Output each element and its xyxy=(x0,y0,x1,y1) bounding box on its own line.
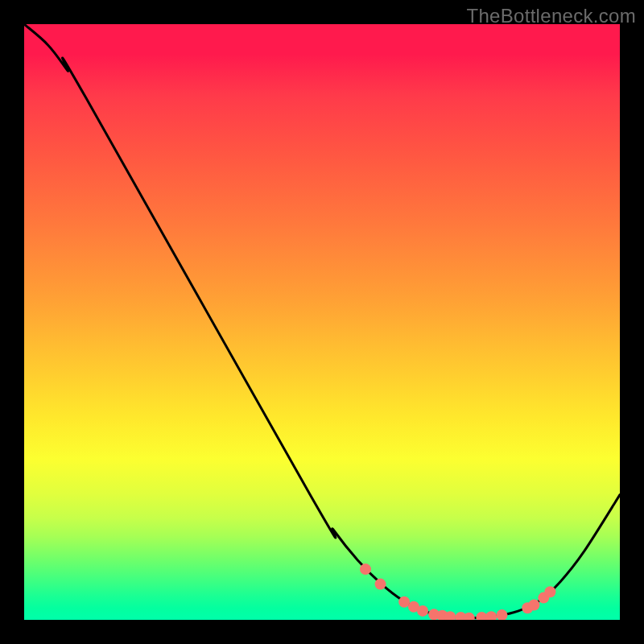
data-dot xyxy=(375,579,386,590)
watermark-text: TheBottleneck.com xyxy=(466,5,636,27)
data-dot xyxy=(496,609,507,620)
chart-frame: TheBottleneck.com xyxy=(0,0,644,644)
bottleneck-curve xyxy=(24,24,620,618)
data-dot xyxy=(485,611,497,620)
bottleneck-curve-svg xyxy=(24,24,620,620)
data-dot xyxy=(464,613,475,620)
data-dot xyxy=(476,612,487,620)
plot-area xyxy=(24,24,620,620)
data-dot xyxy=(398,597,410,608)
data-dot xyxy=(417,605,428,617)
data-dot xyxy=(544,586,555,597)
data-dot xyxy=(360,564,371,575)
data-dot xyxy=(528,600,539,611)
